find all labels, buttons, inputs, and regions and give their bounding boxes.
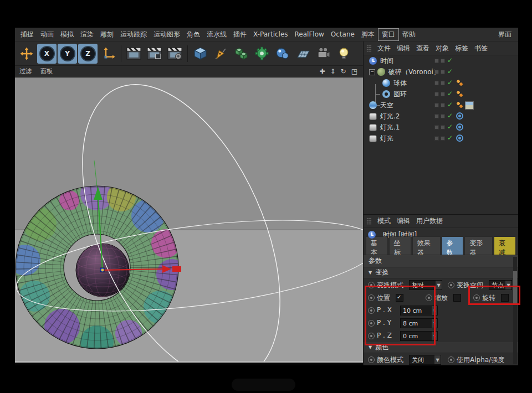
animation-dot-icon[interactable]	[368, 333, 375, 339]
object-row-sky[interactable]: 天空 ✓	[364, 100, 518, 111]
camera-button[interactable]	[314, 44, 333, 64]
render-view-button[interactable]	[124, 44, 144, 64]
target-tag-icon[interactable]	[456, 112, 463, 120]
menu-help[interactable]: 帮助	[399, 29, 419, 40]
animation-dot-icon[interactable]	[368, 356, 375, 363]
viewport-panel-menu[interactable]: 面板	[36, 66, 57, 76]
phong-tag-icon[interactable]	[456, 90, 463, 97]
visibility-dots[interactable]	[434, 125, 445, 130]
am-menu-mode[interactable]: 模式	[375, 215, 393, 227]
mograph-cloner-button[interactable]	[232, 44, 251, 64]
effector-button[interactable]	[252, 44, 272, 64]
menu-interface[interactable]: 界面	[494, 29, 516, 40]
scrollbar-thumb[interactable]	[513, 271, 517, 303]
animation-dot-icon[interactable]	[426, 294, 432, 301]
visibility-dots[interactable]	[434, 136, 445, 141]
target-tag-icon[interactable]	[456, 135, 463, 142]
enabled-check-icon[interactable]: ✓	[447, 90, 453, 97]
menu-motion-tracker[interactable]: 运动跟踪	[117, 29, 150, 40]
animation-dot-icon[interactable]	[473, 294, 480, 301]
lock-z-axis-button[interactable]: Z	[78, 44, 98, 64]
position-checkbox[interactable]	[396, 294, 403, 302]
visibility-dots[interactable]	[434, 103, 445, 107]
menu-sculpt[interactable]: 雕刻	[97, 29, 117, 40]
enabled-check-icon[interactable]: ✓	[447, 134, 453, 142]
menu-pipeline[interactable]: 流水线	[203, 29, 230, 40]
om-menu-bookmarks[interactable]: 书签	[472, 43, 490, 54]
om-menu-view[interactable]: 查看	[413, 43, 432, 54]
transform-group-header[interactable]: ▼ 变换	[364, 267, 518, 278]
animation-dot-icon[interactable]	[448, 282, 454, 288]
object-row-light[interactable]: 灯光 ✓	[364, 133, 518, 144]
light-button[interactable]	[334, 44, 354, 64]
panel-grip-icon[interactable]	[366, 45, 372, 52]
coordinate-system-button[interactable]	[99, 44, 118, 64]
move-tool-button[interactable]	[17, 44, 36, 64]
cube-primitive-button[interactable]	[191, 44, 210, 64]
menu-window[interactable]: 窗口	[378, 28, 399, 41]
zoom-view-icon[interactable]: ⇕	[330, 68, 336, 75]
stepper-icons[interactable]: ▲▼	[432, 319, 437, 328]
texture-tag-icon[interactable]	[465, 101, 474, 110]
color-mode-dropdown[interactable]: 关闭 ▼	[409, 355, 441, 365]
visibility-dots[interactable]	[434, 70, 445, 74]
collapse-expander-icon[interactable]: −	[369, 69, 375, 75]
stepper-icons[interactable]: ▲▼	[432, 332, 437, 340]
object-row-torus[interactable]: 圆环 ✓	[364, 89, 518, 100]
lock-x-axis-button[interactable]: X	[37, 44, 57, 64]
om-menu-objects[interactable]: 对象	[433, 43, 452, 54]
rotate-view-icon[interactable]: ↻	[341, 68, 346, 75]
enabled-check-icon[interactable]: ✓	[447, 101, 453, 108]
animation-dot-icon[interactable]	[448, 356, 454, 363]
menu-render[interactable]: 渲染	[77, 29, 97, 40]
animation-dot-icon[interactable]	[368, 282, 375, 288]
menu-animation[interactable]: 动画	[37, 29, 57, 40]
material-tag-icon[interactable]	[456, 101, 463, 108]
animation-dot-icon[interactable]	[368, 320, 375, 327]
enabled-check-icon[interactable]: ✓	[447, 68, 453, 75]
animation-dot-icon[interactable]	[368, 294, 375, 301]
attribute-scrollbar[interactable]	[513, 257, 517, 364]
pan-view-icon[interactable]: ✚	[319, 68, 325, 75]
lock-y-axis-button[interactable]: Y	[58, 44, 77, 64]
visibility-dots[interactable]	[434, 81, 445, 85]
render-region-button[interactable]	[145, 44, 164, 64]
menu-snap[interactable]: 捕捉	[17, 29, 37, 40]
stepper-icons[interactable]: ▲▼	[432, 306, 437, 315]
om-menu-tags[interactable]: 标签	[452, 43, 471, 54]
position-y-field[interactable]: 8 cm ▲▼	[400, 318, 438, 328]
pen-spline-button[interactable]	[211, 44, 231, 64]
position-x-field[interactable]: 10 cm ▲▼	[400, 306, 438, 316]
enabled-check-icon[interactable]: ✓	[447, 123, 453, 131]
enabled-check-icon[interactable]: ✓	[447, 79, 453, 86]
transform-space-dropdown[interactable]: 节点 ▼	[489, 280, 512, 290]
menu-realflow[interactable]: RealFlow	[291, 29, 328, 39]
menu-script[interactable]: 脚本	[358, 29, 378, 40]
object-row-light1[interactable]: 灯光.1 ✓	[364, 122, 518, 133]
menu-xparticles[interactable]: X-Particles	[250, 29, 291, 39]
color-group-header[interactable]: ▼ 颜色	[364, 342, 518, 353]
menu-mograph[interactable]: 运动图形	[150, 29, 183, 40]
target-tag-icon[interactable]	[456, 123, 463, 131]
object-row-time[interactable]: 时间 ✓	[364, 55, 518, 66]
visibility-dots[interactable]	[434, 92, 445, 96]
viewport-canvas[interactable]	[15, 77, 363, 361]
rotation-checkbox[interactable]	[501, 294, 509, 302]
x-axis-handle[interactable]	[172, 266, 181, 272]
am-menu-edit[interactable]: 编辑	[394, 215, 413, 227]
enabled-check-icon[interactable]: ✓	[447, 56, 453, 64]
transform-mode-dropdown[interactable]: 相对 ▼	[409, 280, 442, 290]
render-settings-button[interactable]	[165, 44, 185, 64]
position-z-field[interactable]: 0 cm ▲▼	[400, 331, 438, 341]
visibility-dots[interactable]	[434, 114, 445, 118]
viewport-filter-menu[interactable]: 过滤	[15, 66, 36, 76]
floor-button[interactable]	[293, 44, 313, 64]
am-menu-userdata[interactable]: 用户数据	[413, 215, 446, 227]
om-menu-file[interactable]: 文件	[375, 43, 393, 54]
metaball-button[interactable]	[273, 44, 292, 64]
phong-tag-icon[interactable]	[456, 79, 463, 86]
menu-simulate[interactable]: 模拟	[57, 29, 77, 40]
animation-dot-icon[interactable]	[368, 307, 375, 314]
toggle-view-icon[interactable]: ◳	[351, 68, 357, 75]
menu-plugins[interactable]: 插件	[230, 29, 250, 40]
